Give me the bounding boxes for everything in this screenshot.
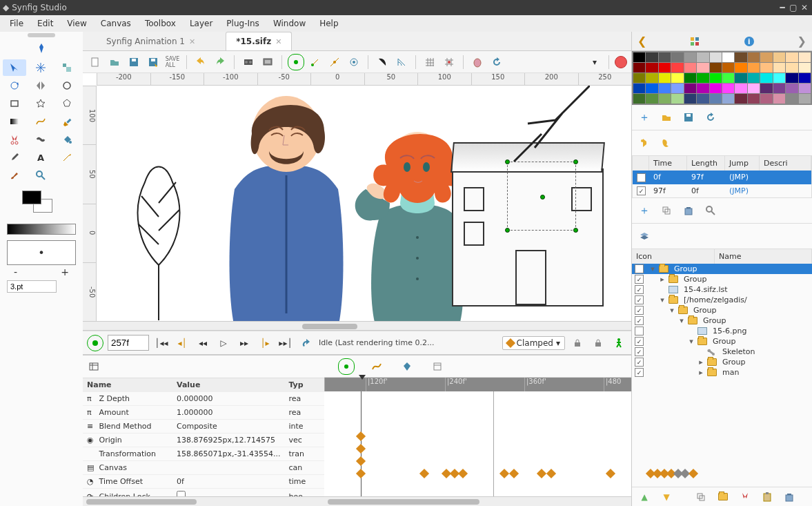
tool-star[interactable]	[29, 95, 52, 112]
grid-toggle-button[interactable]	[422, 54, 438, 70]
palette-swatch[interactable]	[748, 63, 760, 72]
tool-text[interactable]: A	[29, 149, 52, 166]
layer-lower-button[interactable]: ▼	[658, 489, 675, 505]
layer-row[interactable]: ▾[/home/zelgadis/	[632, 295, 812, 305]
expand-arrow[interactable]: ▸	[659, 275, 666, 284]
col-value[interactable]: Value	[172, 378, 284, 392]
layer-row[interactable]: ▾Group	[632, 305, 812, 315]
layer-visible-checkbox[interactable]	[635, 358, 644, 367]
palette-swatch[interactable]	[684, 84, 696, 93]
layer-new-button[interactable]	[693, 489, 709, 505]
palette-swatch[interactable]	[646, 94, 657, 104]
param-row[interactable]: π Z Depth0.000000rea	[83, 392, 324, 406]
palette-swatch[interactable]	[671, 63, 683, 72]
kf-lock-past-button[interactable]	[569, 335, 586, 351]
close-icon[interactable]: ✕	[189, 37, 195, 46]
save-as-button[interactable]	[145, 54, 161, 70]
layer-paste-button[interactable]	[759, 489, 775, 505]
gradient-preview[interactable]	[7, 224, 76, 235]
tool-rotate[interactable]	[3, 77, 26, 94]
palette-swatch[interactable]	[773, 84, 785, 93]
palette-swatch[interactable]	[684, 52, 696, 62]
param-row[interactable]: ⟳ Children Lockboo	[83, 489, 324, 497]
timetrack-tab-icon[interactable]	[338, 358, 355, 375]
palette-swatch[interactable]	[659, 63, 671, 72]
nav-fwd-button[interactable]: ❯	[798, 35, 806, 48]
render-button[interactable]	[240, 54, 257, 70]
palette-swatch[interactable]	[786, 52, 798, 62]
palette-swatch[interactable]	[697, 52, 709, 62]
palette-swatch[interactable]	[786, 63, 798, 72]
params-tab-icon[interactable]	[86, 358, 102, 375]
palette-swatch[interactable]	[773, 52, 785, 62]
save-all-button[interactable]: SAVEALL	[164, 54, 181, 70]
menu-edit[interactable]: Edit	[30, 16, 60, 31]
palette-swatch[interactable]	[646, 84, 657, 93]
palette-swatch[interactable]	[760, 94, 772, 104]
menu-help[interactable]: Help	[313, 16, 345, 31]
tool-sketch[interactable]	[55, 149, 79, 166]
palette-swatch[interactable]	[760, 63, 772, 72]
keyframe-row[interactable]: 97f0f(JMP)	[633, 184, 811, 198]
palette-swatch[interactable]	[646, 63, 657, 72]
tool-cutout[interactable]	[3, 131, 26, 148]
palette-swatch[interactable]	[659, 52, 671, 62]
tool-rectangle[interactable]	[3, 95, 26, 112]
palette-swatch[interactable]	[773, 94, 785, 104]
undo-button[interactable]	[192, 54, 209, 70]
menu-view[interactable]: View	[60, 16, 93, 31]
layer-visible-checkbox[interactable]	[635, 368, 644, 377]
fg-color[interactable]	[22, 191, 41, 204]
seek-prev-kf-button[interactable]: ◂│	[174, 335, 190, 351]
palette-swatch[interactable]	[659, 84, 671, 93]
expand-arrow[interactable]: ▾	[649, 264, 656, 273]
close-icon[interactable]: ✕	[275, 37, 281, 46]
maximize-button[interactable]: ▢	[789, 3, 798, 12]
palette-swatch[interactable]	[722, 94, 734, 104]
close-button[interactable]: ✕	[800, 3, 809, 12]
tool-brush[interactable]	[3, 167, 26, 184]
menu-file[interactable]: File	[3, 16, 30, 31]
palette-swatch[interactable]	[646, 52, 657, 62]
layer-visible-checkbox[interactable]	[635, 327, 644, 335]
layer-visible-checkbox[interactable]	[635, 285, 644, 294]
tab-animation-1[interactable]: Synfig Animation 1 ✕	[97, 32, 205, 50]
layer-row[interactable]: ▸Group	[632, 357, 812, 367]
layers-panel[interactable]: Icon Name ▾Group▸Group15-4.sifz.lst▾[/ho…	[632, 249, 812, 487]
palette-swatch[interactable]	[710, 94, 722, 104]
col-type[interactable]: Typ	[284, 378, 324, 392]
col-jump[interactable]: Jump	[725, 156, 760, 171]
palette-swatch[interactable]	[722, 63, 734, 72]
keyframe-row[interactable]: 0f97f(JMP)	[633, 171, 811, 184]
tool-zoom[interactable]	[29, 167, 52, 184]
palette-swatch[interactable]	[773, 73, 785, 83]
palette-swatch[interactable]	[710, 52, 722, 62]
palette-swatch[interactable]	[697, 73, 709, 83]
palette-swatch[interactable]	[760, 84, 772, 93]
tab-15-sifz[interactable]: *15.sifz ✕	[226, 32, 292, 50]
palette-swatch[interactable]	[671, 73, 683, 83]
seek-start-button[interactable]: │◂◂	[153, 335, 170, 351]
menu-toolbox[interactable]: Toolbox	[138, 16, 183, 31]
kf-props-button[interactable]	[702, 202, 719, 219]
tool-width[interactable]	[29, 131, 52, 148]
palette-swatch[interactable]	[773, 63, 785, 72]
selection-box[interactable]	[507, 162, 576, 231]
kf-add-button[interactable]: ＋	[636, 202, 653, 219]
canvas-scrollbar-h[interactable]	[83, 321, 631, 331]
palette-swatch[interactable]	[633, 63, 645, 72]
palette-swatch[interactable]	[799, 73, 811, 83]
brush-decrease[interactable]: -	[14, 266, 17, 278]
expand-arrow[interactable]: ▸	[697, 358, 704, 367]
animate-mode-button[interactable]	[87, 335, 103, 351]
play-button[interactable]: ▷	[215, 335, 232, 351]
expand-arrow[interactable]: ▸	[697, 368, 704, 377]
color-selector[interactable]	[0, 186, 83, 221]
tool-scale[interactable]	[55, 59, 79, 76]
palette-swatch[interactable]	[748, 73, 760, 83]
palette-swatch[interactable]	[633, 73, 645, 83]
loop-button[interactable]	[298, 335, 315, 351]
layer-row[interactable]: ▾Group	[632, 315, 812, 326]
layer-visible-checkbox[interactable]	[635, 337, 644, 346]
layer-visible-checkbox[interactable]	[635, 264, 644, 273]
